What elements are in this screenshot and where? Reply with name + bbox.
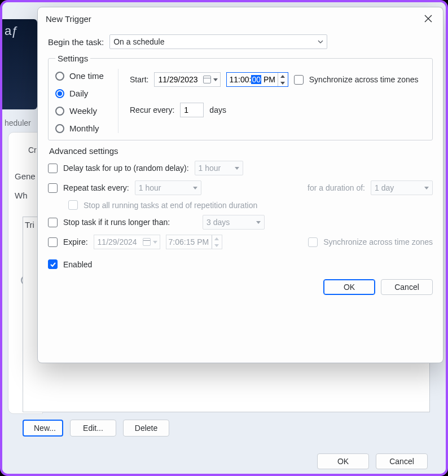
radio-weekly[interactable]: Weekly xyxy=(55,106,118,116)
check-icon xyxy=(50,261,56,268)
spin-down-icon xyxy=(280,82,285,85)
new-trigger-dialog: New Trigger Begin the task: On a schedul… xyxy=(37,7,443,363)
spin-up-icon xyxy=(214,237,219,240)
settings-group: Settings One time Daily Weekly Monthly S… xyxy=(48,54,433,140)
expire-label: Expire: xyxy=(63,237,88,246)
delay-label: Delay task for up to (random delay): xyxy=(63,164,189,173)
repeat-combo[interactable]: 1 hour xyxy=(135,180,201,195)
radio-daily[interactable]: Daily xyxy=(55,89,118,98)
begin-task-select[interactable]: On a schedule xyxy=(109,34,327,49)
radio-label: Weekly xyxy=(69,106,97,116)
expire-checkbox[interactable] xyxy=(48,237,58,247)
ok-button[interactable]: OK xyxy=(323,279,375,295)
time-seconds-selected: 00 xyxy=(251,75,261,84)
radio-monthly[interactable]: Monthly xyxy=(55,124,118,133)
time-spinner[interactable] xyxy=(212,235,222,249)
calendar-icon xyxy=(143,238,151,246)
advanced-settings-label: Advanced settings xyxy=(49,146,433,156)
stop-checkbox[interactable] xyxy=(48,218,58,227)
sync-tz-checkbox[interactable] xyxy=(294,75,304,85)
radio-label: Monthly xyxy=(69,124,99,133)
chevron-down-icon xyxy=(213,78,218,81)
recur-input[interactable] xyxy=(180,103,204,117)
cancel-button[interactable]: Cancel xyxy=(381,279,433,295)
sync-tz2-label: Synchronize across time zones xyxy=(323,237,433,246)
radio-label: Daily xyxy=(69,89,88,98)
cancel-button-bg[interactable]: Cancel xyxy=(376,453,428,469)
background-tab: Gene xyxy=(15,171,36,181)
start-date-input[interactable] xyxy=(157,74,201,85)
sync-tz-label: Synchronize across time zones xyxy=(309,75,419,84)
stop-combo[interactable]: 3 days xyxy=(203,215,265,230)
radio-icon xyxy=(55,107,64,116)
expire-time-value: 7:06:15 PM xyxy=(169,237,209,246)
edit-button-bg[interactable]: Edit... xyxy=(70,420,116,437)
radio-icon xyxy=(55,72,64,81)
background-text: heduler xyxy=(2,115,37,132)
background-dark-panel: aƒ xyxy=(2,19,37,109)
repeat-label: Repeat task every: xyxy=(63,183,129,192)
delay-value: 1 hour xyxy=(199,164,221,173)
calendar-icon xyxy=(203,76,211,83)
settings-legend: Settings xyxy=(55,54,90,63)
time-ampm: PM xyxy=(261,75,278,84)
expire-date-input[interactable] xyxy=(96,237,140,247)
duration-value: 1 day xyxy=(375,183,394,192)
chevron-down-icon xyxy=(256,221,261,224)
begin-task-value: On a schedule xyxy=(113,37,164,46)
start-label: Start: xyxy=(130,75,148,84)
duration-label: for a duration of: xyxy=(308,183,365,192)
duration-combo[interactable]: 1 day xyxy=(371,180,433,195)
close-icon xyxy=(424,15,432,23)
chevron-down-icon xyxy=(318,39,323,45)
stopall-checkbox xyxy=(68,200,78,210)
chevron-down-icon xyxy=(153,241,157,244)
background-text: Wh xyxy=(15,191,28,200)
expire-date-picker[interactable] xyxy=(94,235,160,249)
sync-tz2-checkbox xyxy=(308,237,318,247)
expire-time-picker[interactable]: 7:06:15 PM xyxy=(166,235,222,249)
dialog-title: New Trigger xyxy=(46,14,91,24)
time-hours: 11:00: xyxy=(229,75,251,84)
stopall-label: Stop all running tasks at end of repetit… xyxy=(84,201,257,210)
enabled-label: Enabled xyxy=(63,260,92,269)
spin-up-icon xyxy=(280,75,285,78)
frequency-options: One time Daily Weekly Monthly xyxy=(55,69,118,133)
recur-label: Recur every: xyxy=(130,105,174,114)
begin-task-label: Begin the task: xyxy=(48,37,104,47)
chevron-down-icon xyxy=(193,187,197,189)
start-time-picker[interactable]: 11:00:00 PM xyxy=(226,72,288,87)
background-text: Tri xyxy=(25,220,34,230)
ok-button-bg[interactable]: OK xyxy=(317,453,369,469)
delay-checkbox[interactable] xyxy=(48,164,58,173)
enabled-checkbox[interactable] xyxy=(48,259,58,269)
delay-combo[interactable]: 1 hour xyxy=(195,161,243,175)
chevron-down-icon xyxy=(235,167,239,170)
delete-button-bg[interactable]: Delete xyxy=(123,420,169,437)
stop-value: 3 days xyxy=(207,218,230,227)
stop-label: Stop task if it runs longer than: xyxy=(63,218,170,227)
start-date-picker[interactable] xyxy=(154,72,221,87)
repeat-checkbox[interactable] xyxy=(48,183,58,193)
radio-one-time[interactable]: One time xyxy=(55,71,118,81)
time-spinner[interactable] xyxy=(278,73,288,86)
close-button[interactable] xyxy=(419,11,437,27)
repeat-value: 1 hour xyxy=(139,183,161,192)
recur-unit: days xyxy=(209,105,226,114)
radio-icon xyxy=(55,124,64,133)
radio-icon xyxy=(55,89,64,98)
radio-label: One time xyxy=(69,71,104,81)
spin-down-icon xyxy=(214,244,219,247)
chevron-down-icon xyxy=(424,187,429,189)
new-button-bg[interactable]: New... xyxy=(23,420,63,437)
background-text: Cr xyxy=(28,146,37,155)
